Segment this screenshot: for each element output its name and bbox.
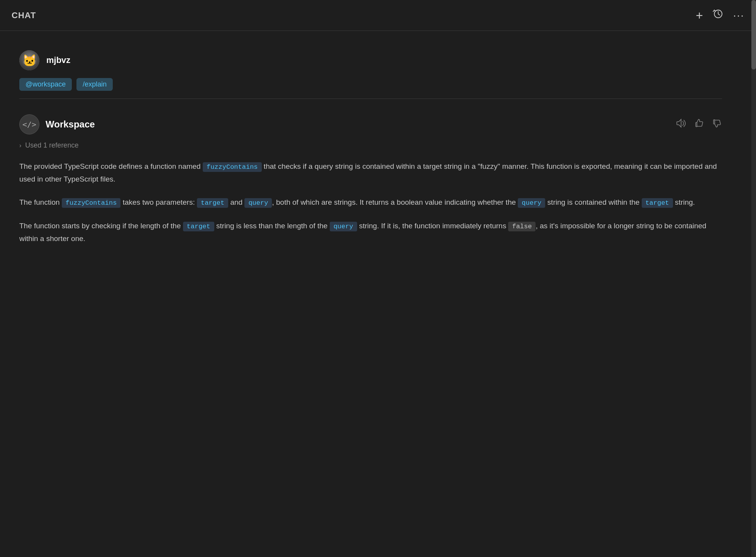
p1-code-fuzzyContains-1: fuzzyContains xyxy=(203,162,262,172)
scrollbar-track[interactable] xyxy=(751,0,756,557)
workspace-tag[interactable]: @workspace xyxy=(19,78,72,91)
p2-text-6: string. xyxy=(673,198,695,206)
p2-code-query: query xyxy=(244,198,272,208)
paragraph-2: The function fuzzyContains takes two par… xyxy=(19,196,722,209)
ai-response: </> Workspace xyxy=(19,110,722,260)
p2-text-2: takes two parameters: xyxy=(120,198,197,206)
new-chat-icon[interactable]: + xyxy=(696,9,703,22)
header-actions: + ··· xyxy=(696,8,744,22)
paragraph-3: The function starts by checking if the l… xyxy=(19,220,722,245)
explain-tag[interactable]: /explain xyxy=(76,78,113,91)
reference-text: Used 1 reference xyxy=(25,141,78,149)
p2-text-3: and xyxy=(228,198,244,206)
thumbs-down-icon[interactable] xyxy=(712,118,722,131)
speaker-icon[interactable] xyxy=(676,118,687,131)
p2-text-5: string is contained within the xyxy=(545,198,641,206)
p2-code-query-2: query xyxy=(518,198,545,208)
ai-icon-container: </> xyxy=(19,114,39,134)
history-icon[interactable] xyxy=(712,8,724,22)
p2-code-fuzzyContains: fuzzyContains xyxy=(62,198,121,208)
main-content: mjbvz @workspace /explain </> Workspace xyxy=(0,31,741,271)
chat-header: CHAT + ··· xyxy=(0,0,756,31)
paragraph-1: The provided TypeScript code defines a f… xyxy=(19,160,722,185)
p1-text-1: The provided TypeScript code defines a f… xyxy=(19,162,203,170)
avatar xyxy=(19,50,39,70)
workspace-code-icon: </> xyxy=(22,120,36,129)
thumbs-up-icon[interactable] xyxy=(694,118,704,131)
reference-row[interactable]: › Used 1 reference xyxy=(19,141,722,149)
more-options-icon[interactable]: ··· xyxy=(733,9,744,22)
p2-code-target: target xyxy=(197,198,228,208)
p3-text-1: The function starts by checking if the l… xyxy=(19,222,183,230)
user-header: mjbvz xyxy=(19,50,722,70)
p3-code-false: false xyxy=(508,222,536,231)
p3-text-2: string is less than the length of the xyxy=(214,222,330,230)
p2-code-target-2: target xyxy=(642,198,673,208)
p2-text-1: The function xyxy=(19,198,62,206)
ai-header-left: </> Workspace xyxy=(19,114,95,134)
chat-title: CHAT xyxy=(12,10,36,20)
ai-name: Workspace xyxy=(46,119,95,130)
username: mjbvz xyxy=(46,55,70,65)
chevron-right-icon: › xyxy=(19,142,21,149)
user-message: mjbvz @workspace /explain xyxy=(19,42,722,99)
ai-header-actions xyxy=(676,118,722,131)
p3-text-3: string. If it is, the function immediate… xyxy=(357,222,509,230)
p2-text-4: , both of which are strings. It returns … xyxy=(272,198,518,206)
p3-code-query: query xyxy=(330,222,357,231)
tags-row: @workspace /explain xyxy=(19,78,722,91)
scrollbar-thumb[interactable] xyxy=(751,0,756,70)
content-section: The provided TypeScript code defines a f… xyxy=(19,160,722,245)
ai-response-header: </> Workspace xyxy=(19,114,722,134)
p3-code-target: target xyxy=(183,222,214,231)
